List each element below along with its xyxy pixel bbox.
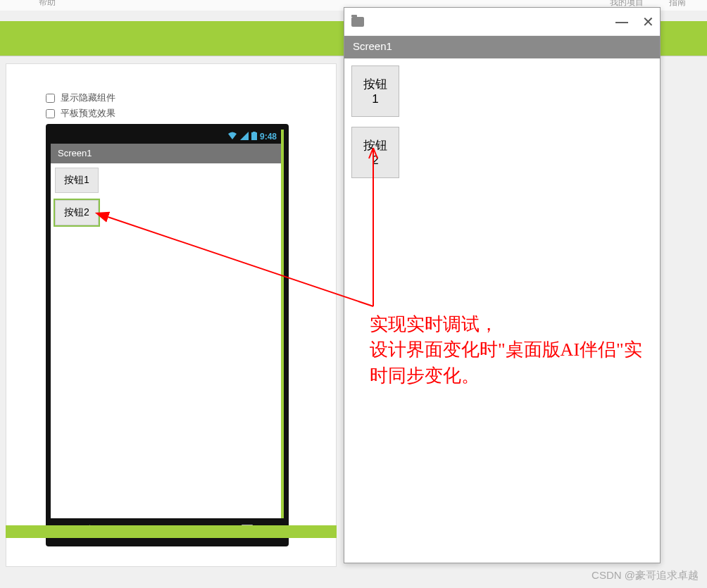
checkbox-tablet-preview-label[interactable]: 平板预览效果 <box>46 107 327 120</box>
window-controls: — ✕ <box>615 13 654 30</box>
checkbox-show-hidden[interactable] <box>46 94 55 103</box>
minimize-button[interactable]: — <box>615 15 628 30</box>
companion-button-2[interactable]: 按钮2 <box>351 127 399 178</box>
watermark: CSDN @豪哥追求卓越 <box>592 569 699 582</box>
menu-help[interactable]: 帮助 <box>39 0 56 8</box>
companion-button-1[interactable]: 按钮1 <box>351 65 399 117</box>
designer-button-1[interactable]: 按钮1 <box>55 168 99 193</box>
checkbox-tablet-preview[interactable] <box>46 109 55 118</box>
annotation-text: 实现实时调试， 设计界面变化时"桌面版AI伴侣"实时同步变化。 <box>370 312 658 389</box>
folder-icon <box>351 17 364 27</box>
designer-button-2[interactable]: 按钮2 <box>55 200 99 225</box>
preview-options: 显示隐藏组件 平板预览效果 <box>46 92 327 120</box>
phone-screen: 9:48 Screen1 按钮1 按钮2 <box>51 130 284 518</box>
menu-guide[interactable]: 指南 <box>669 0 686 8</box>
checkbox-tablet-preview-text: 平板预览效果 <box>61 108 115 118</box>
close-button[interactable]: ✕ <box>642 13 654 30</box>
status-clock: 9:48 <box>260 132 277 142</box>
signal-icon <box>240 132 249 142</box>
svg-rect-0 <box>251 132 257 140</box>
phone-mockup: 9:48 Screen1 按钮1 按钮2 <box>46 124 289 546</box>
checkbox-show-hidden-text: 显示隐藏组件 <box>61 92 115 103</box>
phone-content[interactable]: 按钮1 按钮2 <box>51 163 281 237</box>
designer-panel: 显示隐藏组件 平板预览效果 9:48 Screen1 <box>46 92 327 546</box>
wifi-icon <box>227 132 237 142</box>
window-titlebar[interactable]: — ✕ <box>344 8 660 36</box>
svg-rect-1 <box>253 132 256 132</box>
companion-content: 按钮1 按钮2 <box>344 58 660 195</box>
checkbox-show-hidden-label[interactable]: 显示隐藏组件 <box>46 92 327 104</box>
designer-screen-title: Screen1 <box>51 144 281 163</box>
companion-window: — ✕ Screen1 按钮1 按钮2 <box>344 7 661 563</box>
companion-screen-title: Screen1 <box>344 36 660 58</box>
green-strip-bottom <box>6 525 337 538</box>
status-bar: 9:48 <box>51 130 281 144</box>
battery-icon <box>251 132 257 142</box>
